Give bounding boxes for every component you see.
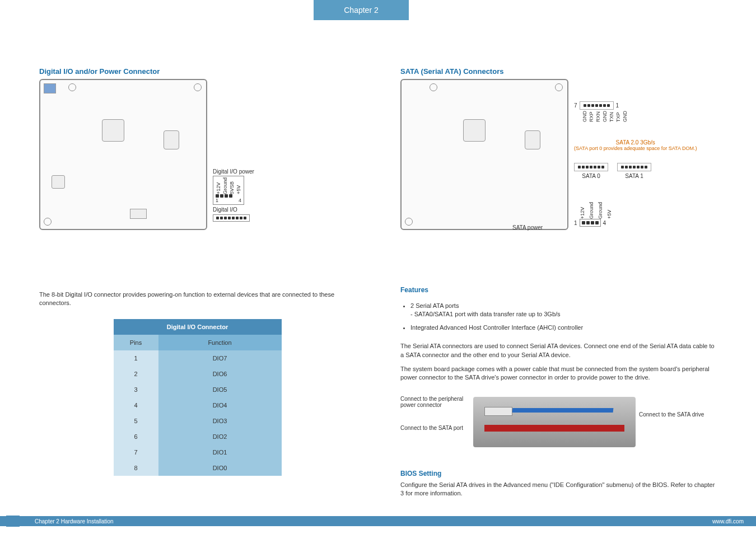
screw-hole-icon — [555, 83, 563, 91]
table-row: 8DIO0 — [114, 460, 282, 476]
pin-label: Ground — [598, 202, 603, 219]
port-icon — [44, 83, 56, 93]
pin-label: RXP — [589, 111, 594, 122]
table-header-pins: Pins — [114, 335, 158, 350]
img-label-port: Connect to the SATA port — [400, 425, 468, 431]
screw-hole-icon — [44, 218, 52, 226]
sata0-label: SATA 0 — [574, 173, 608, 179]
cpu-socket-icon — [102, 119, 124, 142]
table-row: 5DIO3 — [114, 413, 282, 429]
table-row: 3DIO5 — [114, 382, 282, 397]
cable-red-icon — [484, 425, 624, 432]
pin-label: +12V — [580, 202, 585, 219]
screw-hole-icon — [405, 218, 413, 226]
pin-label: TXN — [609, 111, 614, 122]
table-row: 2DIO6 — [114, 366, 282, 382]
feature-sub: - SATA0/SATA1 port with data transfer ra… — [410, 311, 561, 317]
dio-label: Digital I/O — [213, 207, 250, 213]
table-row: 7DIO1 — [114, 444, 282, 460]
bios-desc: Configure the Serial ATA drives in the A… — [400, 481, 717, 498]
pin-label: +5V — [236, 177, 241, 194]
sata-note-top: SATA 2.0 3Gb/s — [574, 139, 697, 146]
pin-label: Ground — [222, 177, 228, 194]
pin-label: RXN — [595, 111, 601, 122]
peripheral-connector-icon — [484, 407, 512, 416]
table-header-function: Function — [158, 335, 282, 350]
pin-number: 4 — [239, 198, 241, 203]
pin-number: 1 — [574, 220, 577, 226]
pin-number: 1 — [216, 198, 218, 203]
right-column: SATA (Serial ATA) Connectors 7 1 — [400, 67, 717, 498]
screw-hole-icon — [68, 83, 76, 91]
pin-label: Ground — [589, 202, 594, 219]
chip-icon — [52, 175, 65, 189]
screw-hole-icon — [194, 83, 202, 91]
feature-item: 2 Serial ATA ports — [410, 302, 459, 309]
page-footer: Chapter 2 Hardware Installation www.dfi.… — [0, 516, 756, 526]
pin-label: 5VSB — [229, 177, 235, 194]
pin-label: TXP — [615, 111, 621, 122]
table-row: 1DIO7 — [114, 350, 282, 366]
sata-note-sub: (SATA port 0 provides adequate space for… — [574, 146, 697, 151]
feature-item: Integrated Advanced Host Controller Inte… — [410, 324, 717, 332]
cpu-socket-icon — [463, 119, 486, 142]
chip-icon — [164, 130, 179, 149]
footer-url: www.dfi.com — [712, 518, 744, 524]
pin-label: GND — [602, 111, 608, 122]
section-title-sata: SATA (Serial ATA) Connectors — [400, 67, 717, 76]
chapter-tab: Chapter 2 — [314, 0, 409, 20]
dio-power-label: Digital I/O power — [213, 168, 314, 175]
pin-number: 7 — [574, 102, 577, 109]
left-column: Digital I/O and/or Power Connector Digit… — [39, 67, 356, 498]
chip-icon — [130, 209, 147, 219]
board-diagram-right — [400, 79, 568, 230]
section-title-dio: Digital I/O and/or Power Connector — [39, 67, 356, 76]
pin-number: 4 — [603, 220, 606, 226]
sata-desc-1: The Serial ATA connectors are used to co… — [400, 342, 717, 359]
pin-number: 1 — [616, 102, 619, 109]
cable-blue-icon — [512, 408, 614, 413]
features-title: Features — [400, 286, 717, 294]
footer-chapter: Chapter 2 Hardware Installation — [35, 518, 114, 524]
table-row: 4DIO4 — [114, 397, 282, 413]
chip-icon — [525, 130, 540, 149]
dio-description: The 8-bit Digital I/O connector provides… — [39, 291, 356, 308]
features-list: 2 Serial ATA ports - SATA0/SATA1 port wi… — [400, 302, 717, 332]
img-label-peripheral: Connect to the peripheral power connecto… — [400, 396, 468, 408]
sata-cable-image — [473, 397, 636, 447]
board-diagram-left — [39, 79, 207, 230]
screw-hole-icon — [430, 83, 437, 91]
bios-title: BIOS Setting — [400, 470, 717, 477]
sata1-label: SATA 1 — [617, 173, 651, 179]
sata-desc-2: The system board package comes with a po… — [400, 365, 717, 382]
sata-power-label: SATA power — [512, 224, 543, 231]
pin-label: GND — [582, 111, 587, 122]
table-row: 6DIO2 — [114, 429, 282, 444]
pin-label: +12V — [216, 177, 221, 194]
pin-label: GND — [622, 111, 628, 122]
table-title: Digital I/O Connector — [114, 319, 282, 335]
img-label-drive: Connect to the SATA drive — [639, 411, 712, 418]
pin-label: +5V — [606, 202, 612, 219]
dio-table: Digital I/O Connector Pins Function 1DIO… — [114, 319, 282, 476]
